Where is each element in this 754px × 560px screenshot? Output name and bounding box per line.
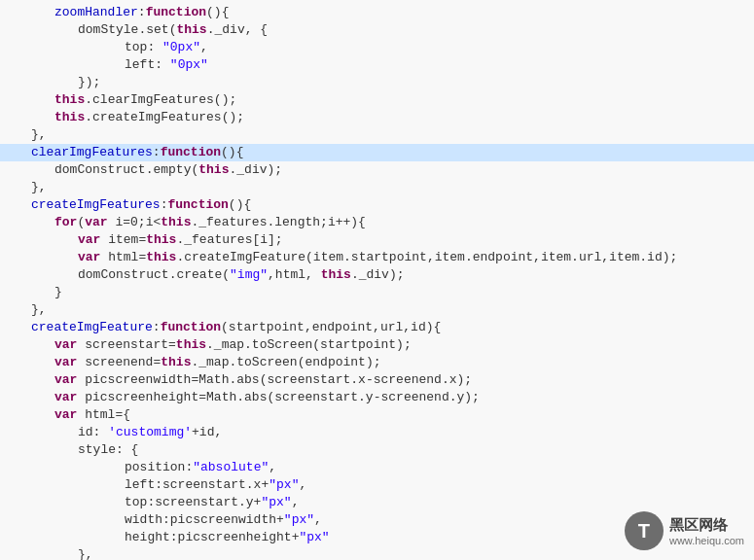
code-token: : bbox=[153, 144, 161, 161]
code-token: }, bbox=[31, 301, 47, 319]
watermark-brand: 黑区网络 bbox=[669, 516, 744, 535]
code-token: ( bbox=[191, 161, 198, 179]
code-token: var bbox=[54, 406, 77, 424]
code-token: }, bbox=[31, 126, 47, 144]
code-token: ,html, bbox=[268, 266, 321, 284]
code-token: ._map.toScreen(startpoint); bbox=[206, 336, 412, 354]
watermark: T 黑区网络 www.heiqu.com bbox=[625, 511, 744, 550]
code-line: for(var i=0;i<this._features.length;i++)… bbox=[0, 214, 754, 231]
code-token: ._div); bbox=[351, 266, 405, 284]
code-lines: zoomHandler:function(){domStyle.set(this… bbox=[0, 4, 754, 560]
code-token: item= bbox=[100, 231, 146, 249]
code-token: (startpoint,endpoint,url,id){ bbox=[221, 319, 441, 336]
code-token: left:screenstart.x+ bbox=[125, 476, 269, 494]
code-token: ( bbox=[77, 214, 85, 231]
code-token: this bbox=[146, 249, 176, 266]
code-token: . bbox=[85, 91, 92, 109]
code-container: zoomHandler:function(){domStyle.set(this… bbox=[0, 0, 754, 560]
code-token: : bbox=[153, 319, 161, 336]
code-line: clearImgFeatures:function(){ bbox=[0, 144, 754, 161]
code-token: : bbox=[147, 39, 162, 56]
code-token: : bbox=[155, 56, 170, 74]
code-line: top: "0px", bbox=[0, 39, 754, 56]
code-token: Math bbox=[206, 389, 236, 406]
watermark-icon: T bbox=[638, 520, 650, 542]
code-token: _div bbox=[236, 161, 267, 179]
code-token: var bbox=[85, 214, 107, 231]
code-token: "px" bbox=[284, 511, 314, 529]
code-line: domStyle.set(this._div, { bbox=[0, 21, 754, 39]
code-token: set bbox=[146, 21, 168, 39]
code-token: function bbox=[167, 196, 228, 214]
code-token: ._map.toScreen(endpoint); bbox=[191, 354, 380, 371]
code-token: }, bbox=[78, 546, 93, 560]
code-token: "px" bbox=[299, 529, 329, 546]
code-line: }, bbox=[0, 179, 754, 196]
code-line: var picscreenwidth=Math.abs(screenstart.… bbox=[0, 371, 754, 389]
code-token: left bbox=[125, 56, 155, 74]
code-token: zoomHandler bbox=[54, 4, 138, 21]
code-token: , { bbox=[245, 21, 268, 39]
code-token: ( bbox=[169, 21, 177, 39]
code-token: createImgFeature bbox=[31, 319, 153, 336]
code-line: zoomHandler:function(){ bbox=[0, 4, 754, 21]
code-token: var bbox=[54, 336, 77, 354]
code-token: createImgFeatures bbox=[92, 109, 222, 126]
code-line: id: 'customimg'+id, bbox=[0, 424, 754, 441]
code-token: screenstart= bbox=[77, 336, 175, 354]
code-token: : bbox=[161, 196, 168, 214]
code-token: var bbox=[54, 371, 77, 389]
code-line: createImgFeatures:function(){ bbox=[0, 196, 754, 214]
code-line: var picscreenheight=Math.abs(screenstart… bbox=[0, 389, 754, 406]
code-token: "0px" bbox=[170, 56, 208, 74]
code-token: var bbox=[78, 231, 100, 249]
code-token: html={ bbox=[77, 406, 130, 424]
code-token: }); bbox=[78, 74, 100, 91]
code-line: var html=this.createImgFeature(item.star… bbox=[0, 249, 754, 266]
code-token: var bbox=[54, 389, 77, 406]
code-token: createImgFeatures bbox=[31, 196, 161, 214]
code-token: _div bbox=[214, 21, 244, 39]
code-token: , bbox=[314, 511, 322, 529]
code-token: (); bbox=[214, 91, 236, 109]
code-token: height:picscreenheight+ bbox=[125, 529, 299, 546]
code-token: , bbox=[269, 459, 276, 476]
code-token: ._features[i]; bbox=[176, 231, 282, 249]
code-token: . bbox=[85, 109, 92, 126]
code-token: picscreenwidth= bbox=[77, 371, 198, 389]
code-line: }, bbox=[0, 301, 754, 319]
code-token: screenend= bbox=[77, 354, 161, 371]
code-token: var bbox=[54, 354, 77, 371]
code-token: , bbox=[292, 494, 300, 511]
watermark-url: www.heiqu.com bbox=[669, 535, 744, 546]
code-token: .abs(screenstart.y-screenend.y); bbox=[236, 389, 480, 406]
code-token: width:picscreenwidth+ bbox=[125, 511, 284, 529]
code-line: } bbox=[0, 284, 754, 301]
code-token: this bbox=[54, 109, 85, 126]
code-token: (){ bbox=[229, 196, 251, 214]
code-token: . bbox=[138, 21, 146, 39]
code-line: }, bbox=[0, 126, 754, 144]
code-token: .abs(screenstart.x-screenend.x); bbox=[229, 371, 472, 389]
code-token: function bbox=[161, 144, 221, 161]
code-line: var screenstart=this._map.toScreen(start… bbox=[0, 336, 754, 354]
code-line: createImgFeature:function(startpoint,end… bbox=[0, 319, 754, 336]
code-token: style: { bbox=[78, 441, 138, 459]
code-token: (){ bbox=[221, 144, 243, 161]
code-token: , bbox=[299, 476, 306, 494]
code-token: picscreenheight= bbox=[77, 389, 206, 406]
code-token: (){ bbox=[206, 4, 229, 21]
code-line: var item=this._features[i]; bbox=[0, 231, 754, 249]
code-line: this.clearImgFeatures(); bbox=[0, 91, 754, 109]
code-token: ); bbox=[268, 161, 283, 179]
code-token: } bbox=[54, 284, 62, 301]
code-line: }); bbox=[0, 74, 754, 91]
code-token: .create( bbox=[169, 266, 230, 284]
code-token: var bbox=[78, 249, 100, 266]
code-line: left:screenstart.x+"px", bbox=[0, 476, 754, 494]
code-token: "px" bbox=[261, 494, 291, 511]
code-token: function bbox=[146, 4, 206, 21]
code-token: html= bbox=[100, 249, 146, 266]
code-line: domConstruct.empty(this._div); bbox=[0, 161, 754, 179]
code-line: domConstruct.create("img",html, this._di… bbox=[0, 266, 754, 284]
